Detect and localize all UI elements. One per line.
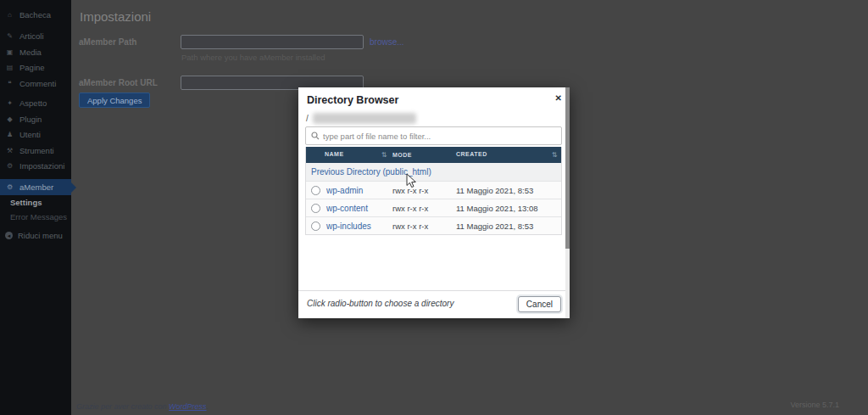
sidebar-item-plugin[interactable]: ◆ Plugin <box>0 111 71 127</box>
created-column-header[interactable]: CREATED ⇅ <box>456 151 561 159</box>
comments-icon: ❝ <box>5 80 14 87</box>
modal-title: Directory Browser <box>307 94 398 106</box>
sidebar-item-articoli[interactable]: ✎ Articoli <box>0 29 71 45</box>
scrollbar-thumb[interactable] <box>565 87 570 249</box>
directory-table: NAME ⇅ MODE CREATED ⇅ Previous Directory… <box>305 147 562 235</box>
sidebar-item-label: Commenti <box>19 79 56 88</box>
directory-link[interactable]: wp-content <box>325 204 392 213</box>
search-icon <box>311 132 320 140</box>
dashboard-icon: ⌂ <box>5 11 14 19</box>
mode-value: rwx r-x r-x <box>392 204 456 213</box>
sidebar-separator <box>0 23 71 29</box>
sort-icon[interactable]: ⇅ <box>381 151 387 159</box>
directory-browser-modal: Directory Browser ✕ / NAME ⇅ MODE <box>298 87 570 318</box>
users-icon: ♟ <box>5 131 14 138</box>
radio-button[interactable] <box>311 222 320 231</box>
amember-root-url-label: aMember Root URL <box>79 78 158 87</box>
created-value: 11 Maggio 2021, 13:08 <box>456 204 561 213</box>
close-icon[interactable]: ✕ <box>555 93 562 104</box>
previous-directory-link[interactable]: Previous Directory (public_html) <box>306 167 431 177</box>
sidebar-item-bacheca[interactable]: ⌂ Bacheca <box>0 7 71 23</box>
sidebar-item-label: Impostazioni <box>19 161 64 171</box>
sidebar-item-label: Pagine <box>19 63 45 72</box>
radio-button[interactable] <box>311 186 320 195</box>
version-label: Versione 5.7.1 <box>790 401 839 409</box>
sidebar-subitem-error-messages[interactable]: Error Messages <box>0 210 71 224</box>
submenu-label: Error Messages <box>10 212 67 222</box>
posts-icon: ✎ <box>5 32 14 40</box>
amember-path-input[interactable] <box>181 35 364 49</box>
sidebar-item-label: Plugin <box>19 115 42 124</box>
settings-icon: ⚙ <box>5 162 14 170</box>
wordpress-admin-screen: ⌂ Bacheca ✎ Articoli ▣ Media ▤ Pagine ❝ … <box>0 0 868 415</box>
created-value: 11 Maggio 2021, 8:53 <box>456 222 561 231</box>
table-row-wp-includes: wp-includes rwx r-x r-x 11 Maggio 2021, … <box>306 216 561 234</box>
modal-footer-hint: Click radio-button to choose a directory <box>307 299 453 308</box>
sidebar-item-label: Articoli <box>19 31 44 41</box>
page-title: Impostazioni <box>80 9 151 24</box>
filter-search-box <box>305 126 562 145</box>
radio-button[interactable] <box>311 204 320 213</box>
created-header-label: CREATED <box>456 151 487 159</box>
footer-thanks-text: Grazie per aver creato con <box>76 402 167 411</box>
mode-header-label: MODE <box>392 152 412 158</box>
pages-icon: ▤ <box>5 64 14 71</box>
current-path: / <box>306 113 416 124</box>
sidebar-item-commenti[interactable]: ❝ Commenti <box>0 76 71 92</box>
sidebar-item-utenti[interactable]: ♟ Utenti <box>0 127 71 143</box>
path-prefix: / <box>306 114 309 123</box>
sidebar-item-label: aMember <box>19 182 53 192</box>
sidebar-item-strumenti[interactable]: ⚒ Strumenti <box>0 143 71 159</box>
sidebar-item-media[interactable]: ▣ Media <box>0 44 71 60</box>
sidebar-item-amember[interactable]: ⚙ aMember <box>0 179 71 195</box>
collapse-menu-button[interactable]: ◂ Riduci menu <box>0 227 71 244</box>
table-row-wp-admin: wp-admin rwx r-x r-x 11 Maggio 2021, 8:5… <box>306 181 561 199</box>
mode-column-header[interactable]: MODE <box>392 152 456 158</box>
cancel-button[interactable]: Cancel <box>518 296 561 312</box>
browse-link[interactable]: browse... <box>370 37 404 47</box>
modal-scrollbar[interactable] <box>565 87 570 318</box>
amember-path-help: Path where you have aMember installed <box>181 53 326 62</box>
sidebar-item-pagine[interactable]: ▤ Pagine <box>0 60 71 76</box>
sidebar-item-aspetto[interactable]: ✦ Aspetto <box>0 96 71 112</box>
table-header-row: NAME ⇅ MODE CREATED ⇅ <box>306 147 561 163</box>
admin-sidebar: ⌂ Bacheca ✎ Articoli ▣ Media ▤ Pagine ❝ … <box>0 0 71 415</box>
submenu-label: Settings <box>10 198 42 207</box>
table-row-wp-content: wp-content rwx r-x r-x 11 Maggio 2021, 1… <box>306 199 561 216</box>
filter-search-input[interactable] <box>323 128 559 143</box>
media-icon: ▣ <box>5 48 14 56</box>
sidebar-item-label: Utenti <box>19 130 41 139</box>
previous-directory-row: Previous Directory (public_html) <box>306 163 561 181</box>
directory-link[interactable]: wp-admin <box>325 186 392 195</box>
apply-changes-button[interactable]: Apply Changes <box>79 93 150 108</box>
name-header-label: NAME <box>325 151 344 159</box>
sort-icon[interactable]: ⇅ <box>552 151 558 159</box>
mode-value: rwx r-x r-x <box>392 222 456 231</box>
name-column-header[interactable]: NAME ⇅ <box>325 151 392 159</box>
mode-value: rwx r-x r-x <box>392 186 456 195</box>
sidebar-item-label: Aspetto <box>19 98 47 108</box>
amember-path-label: aMember Path <box>79 37 136 47</box>
sidebar-subitem-settings[interactable]: Settings <box>0 195 71 210</box>
sidebar-item-label: Bacheca <box>19 10 51 20</box>
blurred-path-text <box>313 113 416 124</box>
gear-icon: ⚙ <box>5 183 14 191</box>
sidebar-item-label: Media <box>19 48 42 57</box>
directory-link[interactable]: wp-includes <box>325 222 392 231</box>
wordpress-link[interactable]: WordPress <box>169 402 207 411</box>
sidebar-item-label: Strumenti <box>19 146 54 155</box>
collapse-label: Riduci menu <box>18 231 63 240</box>
plugins-icon: ◆ <box>5 115 14 123</box>
admin-footer-thanks: Grazie per aver creato con WordPress. <box>76 402 209 411</box>
appearance-icon: ✦ <box>5 99 14 107</box>
tools-icon: ⚒ <box>5 147 14 154</box>
created-value: 11 Maggio 2021, 8:53 <box>456 186 561 195</box>
collapse-arrow-icon: ◂ <box>5 232 13 239</box>
footer-suffix: . <box>207 402 209 411</box>
modal-footer: Click radio-button to choose a directory… <box>298 290 570 318</box>
sidebar-item-impostazioni[interactable]: ⚙ Impostazioni <box>0 159 71 175</box>
